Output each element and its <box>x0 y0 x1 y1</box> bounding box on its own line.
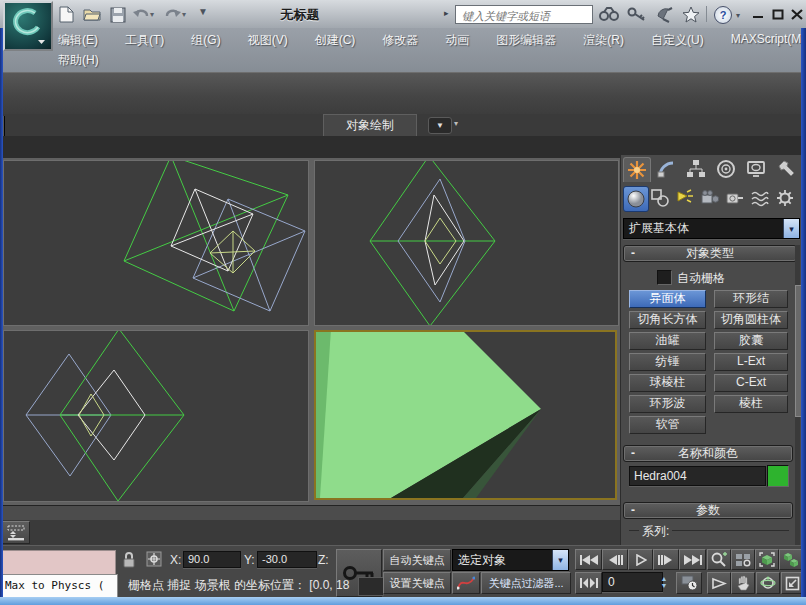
subtab-lights[interactable] <box>673 186 697 210</box>
menu-tools[interactable]: 工具(T) <box>125 32 164 49</box>
search-input[interactable] <box>460 8 592 25</box>
tab-create[interactable] <box>623 157 651 182</box>
next-frame-button[interactable] <box>653 549 679 570</box>
help-button[interactable]: ? <box>712 5 734 24</box>
autogrid-checkbox[interactable] <box>657 270 672 285</box>
search-button[interactable] <box>598 5 620 24</box>
menu-maxscript[interactable]: MAXScript(M) <box>731 32 806 49</box>
set-key-button[interactable]: 设置关键点 <box>383 572 451 594</box>
chamferbox-button[interactable]: 切角长方体 <box>629 311 706 329</box>
ribbon-minimize-button[interactable]: ▼ <box>428 117 452 134</box>
new-file-button[interactable] <box>56 5 76 24</box>
communication-center-button[interactable] <box>654 5 676 24</box>
subtab-geometry[interactable] <box>623 186 649 212</box>
search-expand-arrow[interactable]: ▸ <box>444 8 449 18</box>
key-filters-button[interactable]: 关键点过滤器... <box>481 572 571 594</box>
selection-lock-toggle[interactable] <box>122 551 136 572</box>
menu-animation[interactable]: 动画 <box>445 32 469 49</box>
oiltank-button[interactable]: 油罐 <box>629 332 706 350</box>
search-box[interactable] <box>455 5 593 24</box>
help-dropdown-arrow[interactable]: ▾ <box>736 11 740 20</box>
menu-edit[interactable]: 编辑(E) <box>58 32 98 49</box>
parameters-rollout-header[interactable]: - 参数 <box>623 502 793 519</box>
y-coord-field[interactable]: -30.0 <box>257 551 317 568</box>
object-color-swatch[interactable] <box>767 465 789 487</box>
subtab-systems[interactable] <box>773 186 797 210</box>
menu-help[interactable]: 帮助(H) <box>58 52 99 69</box>
go-to-end-button[interactable] <box>679 549 706 570</box>
minimize-button[interactable] <box>750 7 766 21</box>
torus-knot-button[interactable]: 环形结 <box>714 290 788 308</box>
menu-customize[interactable]: 自定义(U) <box>651 32 704 49</box>
x-coord-field[interactable]: 90.0 <box>183 551 241 568</box>
redo-button[interactable] <box>163 5 183 24</box>
auto-key-button[interactable]: 自动关键点 <box>383 549 451 571</box>
tab-display[interactable] <box>743 157 769 181</box>
c-ext-button[interactable]: C-Ext <box>714 374 788 392</box>
selected-objects-dropdown[interactable]: 选定对象 ▾ <box>452 549 569 571</box>
ribbon-options-arrow[interactable]: ▾ <box>454 119 458 128</box>
key-mode-toggle-button[interactable] <box>575 572 602 594</box>
default-in-out-tangents-button[interactable] <box>452 572 480 594</box>
tab-utilities[interactable] <box>773 157 799 181</box>
spindle-button[interactable]: 纺锤 <box>629 353 706 371</box>
tab-modify[interactable] <box>653 157 679 181</box>
primitive-category-dropdown[interactable]: 扩展基本体 ▾ <box>623 218 800 239</box>
time-configuration-button[interactable] <box>676 572 702 594</box>
viewport-bottom-right-active[interactable] <box>314 330 617 500</box>
macro-recorder-field[interactable] <box>2 550 116 576</box>
save-button[interactable] <box>108 5 128 24</box>
ringwave-button[interactable]: 环形波 <box>629 395 706 413</box>
capsule-button[interactable]: 胶囊 <box>714 332 788 350</box>
current-frame-field[interactable]: 0 <box>602 572 663 592</box>
play-button[interactable] <box>628 549 653 570</box>
hedra-button[interactable]: 异面体 <box>629 290 706 308</box>
gengon-button[interactable]: 球棱柱 <box>629 374 706 392</box>
menu-views[interactable]: 视图(V) <box>248 32 288 49</box>
object-type-rollout-header[interactable]: - 对象类型 <box>623 245 797 262</box>
go-to-start-button[interactable] <box>575 549 602 570</box>
undo-button[interactable] <box>131 5 151 24</box>
subtab-helpers[interactable] <box>723 186 747 210</box>
viewport-top-left[interactable] <box>3 160 309 326</box>
frame-spinner[interactable]: ▲ ▼ <box>658 572 670 592</box>
previous-frame-button[interactable] <box>602 549 628 570</box>
open-mini-curve-editor-button[interactable] <box>1 521 30 544</box>
open-file-button[interactable] <box>82 5 102 24</box>
pan-view-button[interactable] <box>731 572 755 594</box>
zoom-extents-all-button[interactable] <box>779 549 803 570</box>
menu-graph-editors[interactable]: 图形编辑器 <box>496 32 556 49</box>
prism-button[interactable]: 棱柱 <box>714 395 788 413</box>
quick-access-overflow-button[interactable]: ▼ <box>198 6 208 17</box>
chamfercyl-button[interactable]: 切角圆柱体 <box>714 311 788 329</box>
viewport-bottom-left[interactable] <box>3 330 309 502</box>
menu-rendering[interactable]: 渲染(R) <box>583 32 624 49</box>
undo-dropdown-arrow[interactable]: ▾ <box>150 10 154 19</box>
tab-motion[interactable] <box>713 157 739 181</box>
viewport-top-right[interactable] <box>314 160 619 326</box>
menu-modifiers[interactable]: 修改器 <box>382 32 418 49</box>
absolute-mode-transform-toggle[interactable] <box>146 551 164 572</box>
license-button[interactable] <box>626 5 648 24</box>
subtab-shapes[interactable] <box>648 186 672 210</box>
l-ext-button[interactable]: L-Ext <box>714 353 788 371</box>
zoom-button[interactable] <box>707 549 731 570</box>
menu-group[interactable]: 组(G) <box>191 32 220 49</box>
object-name-field[interactable]: Hedra004 <box>629 466 766 486</box>
tab-hierarchy[interactable] <box>683 157 709 181</box>
application-menu-button[interactable] <box>3 1 53 51</box>
maximize-viewport-toggle-button[interactable] <box>781 572 803 594</box>
favorites-button[interactable] <box>680 5 702 24</box>
subtab-cameras[interactable] <box>698 186 722 210</box>
maxscript-mini-listener[interactable]: Max to Physcs ( <box>2 574 118 598</box>
maximize-button[interactable] <box>770 7 786 21</box>
name-color-rollout-header[interactable]: - 名称和颜色 <box>623 445 793 462</box>
subtab-space-warps[interactable] <box>748 186 772 210</box>
menu-create[interactable]: 创建(C) <box>315 32 356 49</box>
field-of-view-button[interactable] <box>707 572 731 594</box>
orbit-view-button[interactable] <box>756 572 780 594</box>
close-button[interactable] <box>789 7 805 21</box>
hose-button[interactable]: 软管 <box>629 416 706 434</box>
zoom-all-button[interactable] <box>731 549 755 570</box>
zoom-extents-button[interactable] <box>755 549 779 570</box>
